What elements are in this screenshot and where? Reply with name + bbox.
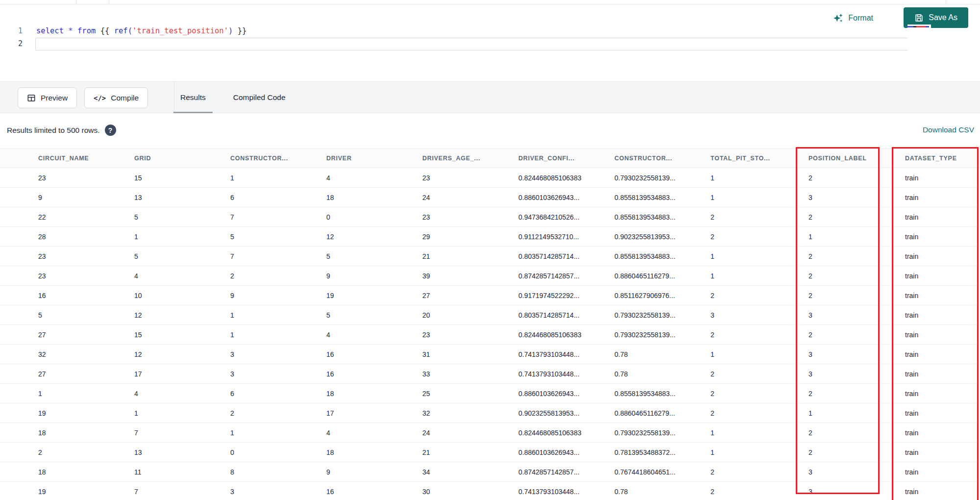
- table-cell: 19: [34, 409, 130, 417]
- save-icon: [914, 13, 924, 23]
- table-cell: 2: [707, 233, 805, 241]
- table-row: 213018210.8860103626943...0.781395348837…: [0, 443, 980, 462]
- table-cell: 0.7413793103448...: [514, 370, 611, 378]
- table-cell: train: [901, 252, 980, 260]
- table-cell: 0.7930232558139...: [611, 429, 707, 437]
- table-cell: 0.78: [611, 488, 707, 496]
- table-cell: 24: [418, 429, 514, 437]
- tab-results[interactable]: Results: [167, 82, 220, 113]
- minimap-code-line: [907, 26, 929, 27]
- table-cell: 2: [707, 390, 805, 398]
- preview-button-label: Preview: [41, 94, 68, 102]
- table-cell: 3: [707, 311, 805, 319]
- table-cell: 11: [130, 468, 226, 476]
- sql-editor[interactable]: Format Save As 1 2 select * from {{ ref(…: [0, 5, 980, 81]
- line-number: 2: [0, 37, 23, 50]
- table-row: 181189340.8742857142857...0.767441860465…: [0, 462, 980, 482]
- table-cell: 4: [322, 429, 418, 437]
- line-number: 1: [0, 25, 23, 37]
- table-row: 281512290.9112149532710...0.902325581395…: [0, 227, 980, 247]
- table-icon: [27, 94, 36, 102]
- table-cell: 6: [226, 390, 322, 398]
- results-tabs: Results Compiled Code: [167, 82, 299, 113]
- table-row: 1610919270.9171974522292...0.85116279069…: [0, 286, 980, 305]
- table-cell: 0.9473684210526...: [514, 213, 611, 221]
- preview-button[interactable]: Preview: [18, 87, 77, 108]
- table-cell: 24: [418, 194, 514, 201]
- table-cell: 4: [322, 174, 418, 182]
- tab-separator: [76, 0, 76, 4]
- table-cell: 22: [34, 213, 130, 221]
- help-icon[interactable]: ?: [105, 125, 116, 136]
- editor-minimap[interactable]: [907, 25, 931, 64]
- table-cell: 2: [707, 292, 805, 300]
- tab-separator: [946, 0, 946, 4]
- table-cell: 2: [707, 488, 805, 496]
- table-cell: train: [901, 390, 980, 398]
- table-cell: 1: [226, 174, 322, 182]
- table-cell: 0.9023255813953...: [611, 233, 707, 241]
- code-token-brace: }}: [233, 26, 246, 35]
- column-header: POSITION_LABEL: [805, 155, 901, 162]
- table-cell: 3: [805, 350, 901, 358]
- table-cell: 3: [226, 370, 322, 378]
- table-cell: train: [901, 468, 980, 476]
- compile-button-label: Compile: [111, 94, 139, 102]
- table-header-row: CIRCUIT_NAMEGRIDCONSTRUCTOR...DRIVERDRIV…: [0, 149, 980, 168]
- table-cell: 9: [322, 468, 418, 476]
- table-cell: 18: [34, 468, 130, 476]
- table-cell: 0.7674418604651...: [611, 468, 707, 476]
- table-cell: 0.8035714285714...: [514, 311, 611, 319]
- table-cell: 5: [130, 213, 226, 221]
- code-token-operator: *: [68, 26, 73, 35]
- table-cell: 32: [418, 409, 514, 417]
- table-cell: 16: [322, 350, 418, 358]
- table-cell: 18: [322, 194, 418, 201]
- table-cell: 23: [34, 174, 130, 182]
- table-cell: 12: [322, 233, 418, 241]
- table-cell: 6: [226, 194, 322, 201]
- table-cell: 0.8742857142857...: [514, 468, 611, 476]
- column-header: TOTAL_PIT_STO...: [707, 155, 805, 162]
- download-csv-link[interactable]: Download CSV: [923, 125, 974, 134]
- table-cell: 7: [226, 213, 322, 221]
- tab-separator: [109, 0, 109, 4]
- table-cell: 0.8035714285714...: [514, 252, 611, 260]
- table-row: 3212316310.7413793103448...0.7813train: [0, 345, 980, 364]
- table-cell: 1: [707, 194, 805, 201]
- table-cell: train: [901, 272, 980, 280]
- table-cell: 1: [707, 252, 805, 260]
- table-cell: 27: [34, 370, 130, 378]
- table-cell: 9: [322, 272, 418, 280]
- table-cell: 0.8860103626943...: [514, 449, 611, 456]
- table-cell: 7: [130, 488, 226, 496]
- table-cell: 3: [805, 311, 901, 319]
- format-button[interactable]: Format: [833, 13, 873, 24]
- table-cell: 0.8860103626943...: [514, 390, 611, 398]
- code-line[interactable]: select * from {{ ref('train_test_positio…: [36, 25, 246, 37]
- table-cell: 1: [226, 311, 322, 319]
- table-cell: 1: [130, 409, 226, 417]
- results-table: CIRCUIT_NAMEGRIDCONSTRUCTOR...DRIVERDRIV…: [0, 149, 980, 500]
- table-cell: 10: [130, 292, 226, 300]
- table-cell: 0.78: [611, 370, 707, 378]
- table-cell: 0.8742857142857...: [514, 272, 611, 280]
- table-row: 197316300.7413793103448...0.7823train: [0, 482, 980, 500]
- table-cell: train: [901, 370, 980, 378]
- compile-button[interactable]: </> Compile: [84, 87, 148, 108]
- tab-compiled-code[interactable]: Compiled Code: [220, 82, 299, 113]
- action-bar: Preview </> Compile Results Compiled Cod…: [0, 81, 980, 113]
- column-header: GRID: [130, 155, 226, 162]
- table-row: 191217320.9023255813953...0.886046511627…: [0, 403, 980, 423]
- table-cell: 18: [322, 390, 418, 398]
- table-row: 18714240.8244680851063830.7930232558139.…: [0, 423, 980, 443]
- table-cell: 4: [130, 272, 226, 280]
- code-token-string: 'train_test_position': [132, 26, 228, 35]
- table-cell: 2: [707, 468, 805, 476]
- table-cell: 21: [418, 252, 514, 260]
- table-cell: 2: [805, 331, 901, 339]
- table-cell: 1: [707, 174, 805, 182]
- table-cell: train: [901, 311, 980, 319]
- table-cell: 21: [418, 449, 514, 456]
- table-cell: 2: [226, 272, 322, 280]
